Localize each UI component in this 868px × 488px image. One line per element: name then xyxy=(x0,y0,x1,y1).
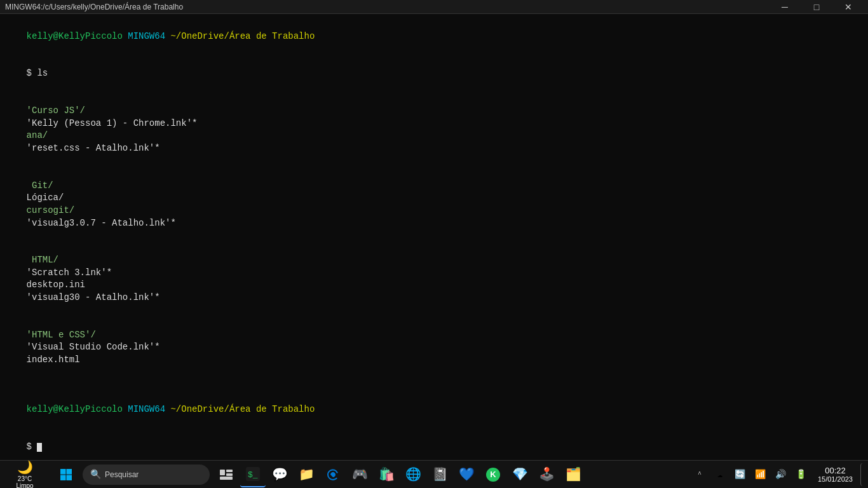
ls-col2-r3: 'Scratch 3.lnk'* xyxy=(27,267,262,280)
clock-date: 15/01/2023 xyxy=(818,475,853,483)
prompt-ls: $ ls xyxy=(27,68,48,78)
chevron-icon: ^ xyxy=(698,471,702,478)
taskbar: 🌙 23°C Limpo 🔍 Pesquisar $_ xyxy=(0,460,868,488)
teams-taskbar-item[interactable]: 💬 xyxy=(267,462,292,487)
wifi-icon: 📶 xyxy=(755,469,766,480)
user-host-1: kelly@KellyPiccolo xyxy=(27,31,123,41)
path-2: ~/OneDrive/Área de Trabalho xyxy=(165,404,315,414)
svg-rect-1 xyxy=(67,469,72,475)
edge-taskbar-item[interactable] xyxy=(320,462,346,487)
browser-taskbar-item[interactable]: 🌐 xyxy=(400,462,426,487)
terminal-body[interactable]: kelly@KellyPiccolo MINGW64 ~/OneDrive/Ár… xyxy=(0,14,868,460)
app2-taskbar-item[interactable]: 💎 xyxy=(507,462,532,487)
volume-icon: 🔊 xyxy=(775,469,786,480)
search-icon: 🔍 xyxy=(90,469,101,480)
system-tray: ^ ☁️ 🔄 📶 🔊 🔋 00:22 15/01/2023 xyxy=(691,463,865,486)
sync-icon: 🔄 xyxy=(735,469,745,480)
ls-row-2: Git/ Lógica/ cursogit/ 'visualg3.0.7 - A… xyxy=(5,167,863,242)
controller-icon: 🕹️ xyxy=(539,466,555,482)
notepad-taskbar-item[interactable]: 📓 xyxy=(427,462,452,487)
ls-row-4: 'HTML e CSS'/ 'Visual Studio Code.lnk'* … xyxy=(5,316,863,379)
sync-tray-icon[interactable]: 🔄 xyxy=(731,466,749,484)
ls-col3-r2: cursogit/ xyxy=(27,205,116,217)
roblox-taskbar-item[interactable]: 🎮 xyxy=(347,462,372,487)
search-bar-label: Pesquisar xyxy=(105,470,139,479)
wifi-tray-icon[interactable]: 📶 xyxy=(752,466,770,484)
ls-col1-r1: 'Curso JS'/ xyxy=(27,105,144,118)
ls-col1-r2: Git/ xyxy=(27,180,144,193)
minimize-button[interactable]: ─ xyxy=(770,0,799,14)
titlebar-title: MINGW64:/c/Users/kelly/OneDrive/Área de … xyxy=(5,3,183,11)
volume-tray-icon[interactable]: 🔊 xyxy=(772,466,790,484)
search-bar[interactable]: 🔍 Pesquisar xyxy=(83,464,210,485)
clock-time: 00:22 xyxy=(825,466,846,475)
space1 xyxy=(123,31,128,41)
clock-widget[interactable]: 00:22 15/01/2023 xyxy=(813,464,858,484)
start-button[interactable] xyxy=(53,462,79,487)
cursor xyxy=(37,443,42,452)
ls-col2-r1: 'Kelly (Pessoa 1) - Chrome.lnk'* xyxy=(27,118,262,130)
ls-col1-r3: HTML/ xyxy=(27,254,144,267)
blank-line xyxy=(5,379,863,391)
terminal-line-1: kelly@KellyPiccolo MINGW64 ~/OneDrive/Ár… xyxy=(5,18,863,55)
ls-row-1: 'Curso JS'/ 'Kelly (Pessoa 1) - Chrome.l… xyxy=(5,93,863,168)
svg-rect-0 xyxy=(60,469,66,475)
teams-icon: 💬 xyxy=(272,466,288,482)
mingw-2: MINGW64 xyxy=(128,404,165,414)
svg-rect-6 xyxy=(226,473,233,476)
battery-tray-icon[interactable]: 🔋 xyxy=(792,466,810,484)
weather-widget[interactable]: 🌙 23°C Limpo xyxy=(3,459,47,488)
ls-col3-r1: ana/ xyxy=(27,130,116,142)
app2-icon: 💎 xyxy=(512,466,528,482)
ls-col1-r4: 'HTML e CSS'/ xyxy=(27,329,144,342)
controller-taskbar-item[interactable]: 🕹️ xyxy=(534,462,559,487)
titlebar-controls: ─ □ ✕ xyxy=(770,0,863,14)
discord-icon: 💙 xyxy=(459,466,475,482)
weather-condition: Limpo xyxy=(16,482,33,488)
gitbash-icon: $_ xyxy=(246,467,260,481)
terminal-line-ls: $ ls xyxy=(5,55,863,93)
task-view-icon xyxy=(220,470,233,480)
k-app-taskbar-item[interactable]: K xyxy=(480,462,506,487)
task-view-button[interactable] xyxy=(214,462,239,487)
mingw-1: MINGW64 xyxy=(128,31,165,41)
ls-col3-r3: desktop.ini xyxy=(27,279,116,292)
ls-col3-r4: index.html xyxy=(27,354,116,367)
store-taskbar-item[interactable]: 🛍️ xyxy=(374,462,399,487)
windows-logo-icon xyxy=(60,468,72,481)
ls-col2-r2: Lógica/ xyxy=(27,192,262,205)
weather-temp: 23°C xyxy=(18,475,32,482)
weather-info: 23°C Limpo xyxy=(16,475,33,488)
discord-taskbar-item[interactable]: 💙 xyxy=(454,462,479,487)
maximize-button[interactable]: □ xyxy=(802,0,831,14)
terminal-line-2: kelly@KellyPiccolo MINGW64 ~/OneDrive/Ár… xyxy=(5,391,863,429)
svg-rect-2 xyxy=(60,475,66,480)
ls-col2-r4: 'Visual Studio Code.lnk'* xyxy=(27,341,262,354)
onedrive-tray-icon[interactable]: ☁️ xyxy=(711,466,729,484)
svg-rect-7 xyxy=(220,477,233,480)
file-explorer-taskbar-item[interactable]: 📁 xyxy=(294,462,319,487)
terminal-prompt-empty: $ xyxy=(5,429,863,460)
tray-chevron[interactable]: ^ xyxy=(691,466,709,484)
weather-icon: 🌙 xyxy=(17,459,33,475)
ls-col4-r2: 'visualg3.0.7 - Atalho.lnk'* xyxy=(27,218,176,228)
ls-col4-r3: 'visualg30 - Atalho.lnk'* xyxy=(27,292,160,302)
tile-icon: 🗂️ xyxy=(566,466,581,482)
close-button[interactable]: ✕ xyxy=(834,0,863,14)
titlebar: MINGW64:/c/Users/kelly/OneDrive/Área de … xyxy=(0,0,868,14)
path-1: ~/OneDrive/Área de Trabalho xyxy=(165,31,315,41)
game-icon: 🎮 xyxy=(352,466,368,482)
svg-rect-5 xyxy=(226,470,233,472)
show-desktop-button[interactable] xyxy=(860,463,865,486)
svg-rect-4 xyxy=(220,470,225,475)
k-icon: K xyxy=(486,468,500,482)
notepad-icon: 📓 xyxy=(432,466,448,482)
battery-icon: 🔋 xyxy=(796,469,806,480)
prompt-symbol: $ xyxy=(27,442,37,452)
store-icon: 🛍️ xyxy=(379,466,395,482)
browser-icon: 🌐 xyxy=(405,466,421,482)
gitbash-taskbar-item[interactable]: $_ xyxy=(240,462,266,487)
tile-app-taskbar-item[interactable]: 🗂️ xyxy=(560,462,586,487)
ls-row-3: HTML/ 'Scratch 3.lnk'* desktop.ini 'visu… xyxy=(5,242,863,317)
cloud-icon: ☁️ xyxy=(717,469,722,480)
